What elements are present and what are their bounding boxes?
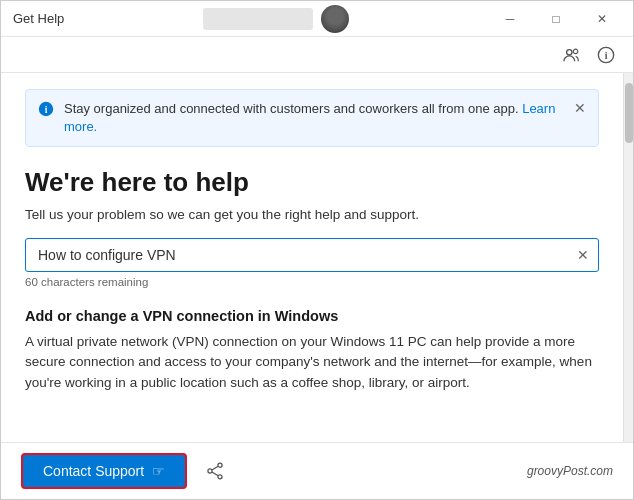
svg-point-6 [218, 463, 222, 467]
main-heading: We're here to help [25, 167, 599, 198]
banner-info-icon: i [38, 101, 54, 120]
toolbar: i [1, 37, 633, 73]
contact-support-label: Contact Support [43, 463, 144, 479]
maximize-button[interactable]: □ [533, 1, 579, 37]
result-title: Add or change a VPN connection in Window… [25, 308, 599, 324]
search-container: ✕ [25, 238, 599, 272]
content-wrapper: i Stay organized and connected with cust… [1, 73, 633, 442]
banner-close-button[interactable]: ✕ [574, 100, 586, 116]
footer: Contact Support ☞ groovyPost.com [1, 442, 633, 499]
cursor-icon: ☞ [152, 463, 165, 479]
app-title: Get Help [13, 11, 64, 26]
titlebar-controls: ─ □ ✕ [487, 1, 625, 37]
titlebar-center [203, 5, 349, 33]
titlebar-left: Get Help [13, 11, 64, 26]
main-window: Get Help ─ □ ✕ i [0, 0, 634, 500]
svg-point-1 [573, 49, 578, 54]
scrollbar[interactable] [623, 73, 633, 442]
main-subtext: Tell us your problem so we can get you t… [25, 207, 599, 222]
svg-line-10 [212, 472, 218, 476]
info-icon[interactable]: i [595, 44, 617, 66]
share-icon[interactable] [201, 457, 229, 485]
contact-support-button[interactable]: Contact Support ☞ [21, 453, 187, 489]
titlebar-search-bar[interactable] [203, 8, 313, 30]
search-input[interactable] [25, 238, 599, 272]
svg-text:i: i [45, 104, 48, 115]
avatar-image [321, 5, 349, 33]
banner-text: Stay organized and connected with custom… [64, 100, 556, 136]
close-button[interactable]: ✕ [579, 1, 625, 37]
svg-point-7 [218, 475, 222, 479]
svg-point-8 [208, 469, 212, 473]
titlebar: Get Help ─ □ ✕ [1, 1, 633, 37]
svg-point-0 [567, 49, 572, 54]
search-clear-button[interactable]: ✕ [577, 247, 589, 263]
people-icon[interactable] [561, 44, 583, 66]
minimize-button[interactable]: ─ [487, 1, 533, 37]
avatar [321, 5, 349, 33]
scrollbar-thumb[interactable] [625, 83, 633, 143]
main-content: i Stay organized and connected with cust… [1, 73, 623, 442]
result-body: A virtual private network (VPN) connecti… [25, 332, 599, 395]
info-banner: i Stay organized and connected with cust… [25, 89, 599, 147]
svg-text:i: i [605, 50, 608, 61]
char-count: 60 characters remaining [25, 276, 599, 288]
svg-line-9 [212, 466, 218, 470]
brand-label: groovyPost.com [527, 464, 613, 478]
